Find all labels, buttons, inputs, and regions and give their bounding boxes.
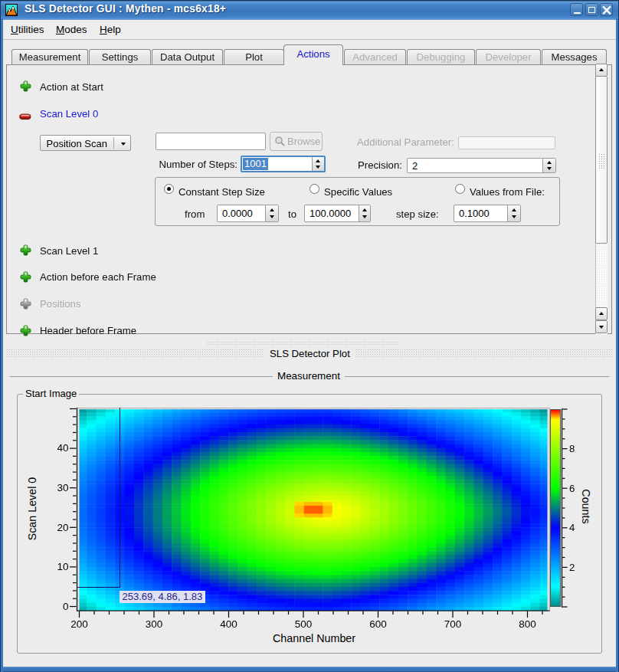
svg-text:8: 8 [569, 443, 575, 454]
svg-text:20: 20 [57, 522, 68, 533]
svg-text:200: 200 [70, 618, 88, 630]
svg-text:600: 600 [369, 618, 387, 630]
svg-text:2: 2 [569, 562, 575, 573]
svg-text:6: 6 [569, 483, 575, 494]
svg-text:40: 40 [57, 442, 68, 454]
svg-text:4: 4 [569, 522, 575, 533]
svg-text:700: 700 [444, 618, 462, 630]
svg-text:0: 0 [63, 601, 69, 612]
svg-text:30: 30 [57, 482, 68, 493]
svg-text:300: 300 [146, 618, 163, 630]
svg-text:10: 10 [57, 561, 68, 572]
svg-text:500: 500 [295, 618, 313, 630]
svg-text:800: 800 [519, 618, 536, 630]
svg-text:400: 400 [220, 618, 237, 630]
